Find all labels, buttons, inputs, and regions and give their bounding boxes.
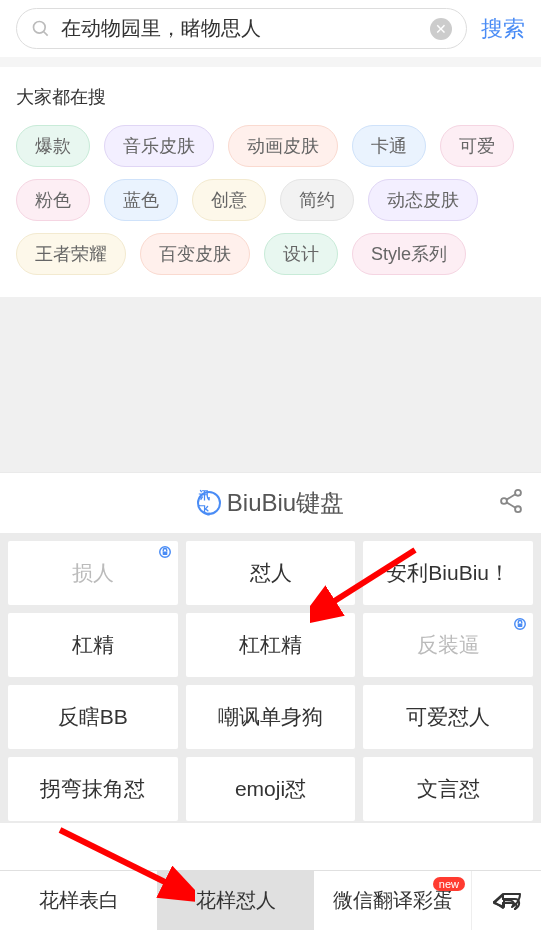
- trending-tag[interactable]: 动态皮肤: [368, 179, 478, 221]
- search-input[interactable]: [61, 17, 420, 40]
- lock-icon: [513, 617, 527, 634]
- trending-tag[interactable]: 动画皮肤: [228, 125, 338, 167]
- svg-point-3: [501, 498, 507, 504]
- keyboard-cell[interactable]: 安利BiuBiu！: [363, 541, 533, 605]
- keyboard-cell[interactable]: 杠精: [8, 613, 178, 677]
- keyboard-header: 讯飞 BiuBiu键盘: [0, 472, 541, 533]
- new-badge: new: [433, 877, 465, 891]
- divider: [0, 57, 541, 67]
- lock-icon: [158, 545, 172, 562]
- svg-line-1: [44, 31, 48, 35]
- trending-tag[interactable]: 创意: [192, 179, 266, 221]
- svg-rect-10: [518, 623, 523, 627]
- keyboard-cell[interactable]: 嘲讽单身狗: [186, 685, 356, 749]
- search-box[interactable]: ✕: [16, 8, 467, 49]
- content-spacer: [0, 297, 541, 472]
- svg-line-5: [507, 494, 516, 499]
- svg-rect-8: [162, 551, 167, 555]
- trending-tag[interactable]: 音乐皮肤: [104, 125, 214, 167]
- trending-tag[interactable]: 蓝色: [104, 179, 178, 221]
- bottom-tab[interactable]: 花样怼人: [157, 871, 314, 930]
- back-button[interactable]: [471, 871, 541, 930]
- share-icon: [497, 487, 525, 515]
- keyboard-cell[interactable]: emoji怼: [186, 757, 356, 821]
- keyboard-cell[interactable]: 拐弯抹角怼: [8, 757, 178, 821]
- bottom-tab[interactable]: 花样表白: [0, 871, 157, 930]
- iflytek-logo-icon: 讯飞: [197, 491, 221, 515]
- svg-point-0: [34, 21, 46, 33]
- back-icon: [490, 889, 524, 913]
- trending-tag[interactable]: 卡通: [352, 125, 426, 167]
- keyboard-cell[interactable]: 杠杠精: [186, 613, 356, 677]
- search-icon: [31, 19, 51, 39]
- trending-tag[interactable]: 百变皮肤: [140, 233, 250, 275]
- trending-tag[interactable]: 简约: [280, 179, 354, 221]
- trending-tag[interactable]: 粉色: [16, 179, 90, 221]
- keyboard-body: 损人怼人安利BiuBiu！杠精杠杠精反装逼反瞎BB嘲讽单身狗可爱怼人拐弯抹角怼e…: [0, 533, 541, 823]
- keyboard-cell[interactable]: 损人: [8, 541, 178, 605]
- trending-tag[interactable]: 王者荣耀: [16, 233, 126, 275]
- svg-point-2: [515, 490, 521, 496]
- bottom-bar: 花样表白花样怼人微信翻译彩蛋new: [0, 870, 541, 930]
- search-button[interactable]: 搜索: [481, 14, 525, 44]
- svg-point-4: [515, 506, 521, 512]
- trending-title: 大家都在搜: [16, 85, 525, 109]
- keyboard-cell[interactable]: 反瞎BB: [8, 685, 178, 749]
- keyboard-cell[interactable]: 反装逼: [363, 613, 533, 677]
- share-button[interactable]: [497, 487, 525, 519]
- keyboard-cell[interactable]: 怼人: [186, 541, 356, 605]
- svg-line-6: [507, 502, 516, 507]
- trending-section: 大家都在搜 爆款音乐皮肤动画皮肤卡通可爱粉色蓝色创意简约动态皮肤王者荣耀百变皮肤…: [0, 67, 541, 297]
- trending-tag[interactable]: Style系列: [352, 233, 466, 275]
- clear-icon[interactable]: ✕: [430, 18, 452, 40]
- keyboard-cell[interactable]: 文言怼: [363, 757, 533, 821]
- trending-tag[interactable]: 爆款: [16, 125, 90, 167]
- bottom-tab[interactable]: 微信翻译彩蛋new: [314, 871, 471, 930]
- trending-tag[interactable]: 可爱: [440, 125, 514, 167]
- trending-tag[interactable]: 设计: [264, 233, 338, 275]
- keyboard-cell[interactable]: 可爱怼人: [363, 685, 533, 749]
- keyboard-title: BiuBiu键盘: [227, 487, 344, 519]
